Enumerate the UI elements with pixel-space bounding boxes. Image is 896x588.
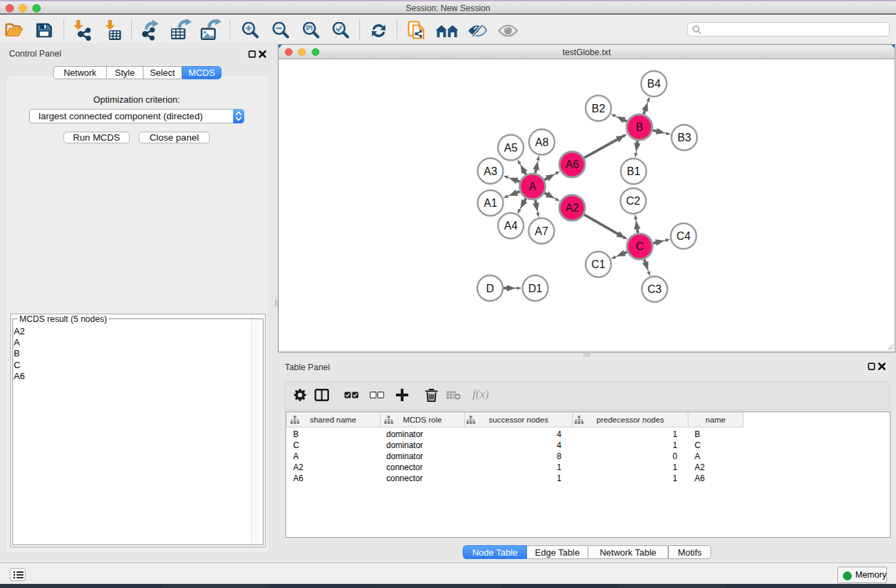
- svg-text:A4: A4: [504, 220, 518, 232]
- svg-text:D: D: [486, 283, 495, 294]
- svg-text:C4: C4: [677, 230, 691, 242]
- svg-text:B4: B4: [647, 78, 661, 90]
- svg-text:A2: A2: [566, 202, 579, 214]
- svg-text:A6: A6: [566, 159, 579, 170]
- svg-text:A8: A8: [535, 136, 549, 148]
- svg-text:D1: D1: [528, 283, 543, 294]
- svg-text:A: A: [529, 181, 537, 192]
- svg-text:C: C: [636, 241, 644, 252]
- svg-text:B: B: [636, 121, 644, 133]
- svg-text:A5: A5: [504, 142, 518, 154]
- svg-text:A3: A3: [484, 165, 497, 177]
- svg-text:C3: C3: [648, 283, 662, 295]
- svg-text:C1: C1: [591, 258, 606, 270]
- svg-text:C2: C2: [626, 195, 641, 207]
- svg-text:B3: B3: [677, 132, 691, 143]
- svg-text:A7: A7: [535, 225, 548, 237]
- svg-text:A1: A1: [484, 197, 497, 209]
- svg-text:B2: B2: [592, 103, 606, 114]
- svg-text:B1: B1: [627, 165, 641, 177]
